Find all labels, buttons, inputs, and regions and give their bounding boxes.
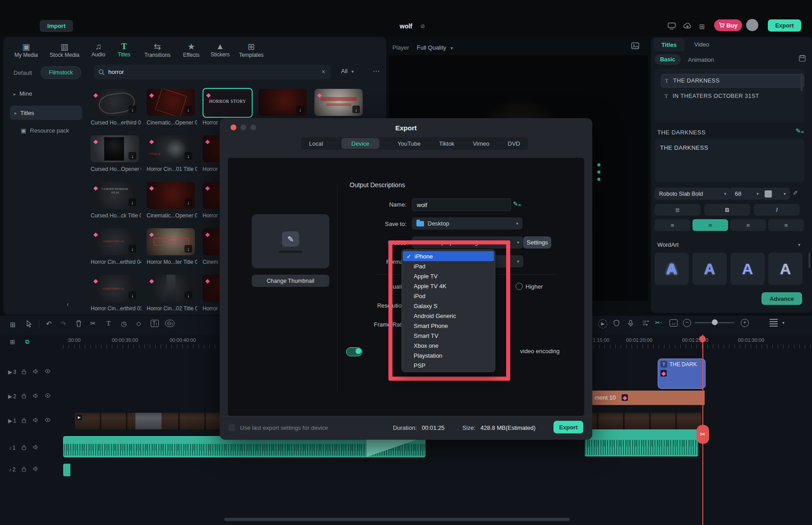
download-icon[interactable]: ↓ [129, 291, 136, 299]
ai-rewrite-icon[interactable]: ✎AI [796, 127, 804, 134]
media-thumb[interactable]: ◆↓ [147, 182, 195, 209]
download-icon[interactable]: ↓ [129, 106, 136, 113]
track-header-v3[interactable]: ▶3 [6, 369, 60, 375]
zoom-in-icon[interactable]: + [741, 319, 749, 327]
wordart-preset[interactable]: A [730, 253, 765, 285]
track-header-v2[interactable]: ▶2 [6, 393, 60, 400]
sidebar-item-mine[interactable]: ▸Mine [14, 90, 32, 97]
tab-effects[interactable]: ★ Effects [180, 41, 203, 58]
track-height-icon[interactable] [770, 319, 778, 327]
tab-my-media[interactable]: ▣ My Media [14, 41, 39, 58]
quality-dropdown[interactable]: Full Quality ▾ [417, 44, 457, 51]
filter-all-dropdown[interactable]: All ▾ [341, 68, 358, 74]
media-thumb[interactable]: ◆↓ [91, 135, 139, 162]
zoom-out-icon[interactable]: − [683, 319, 691, 327]
eye-icon[interactable] [42, 393, 53, 400]
menu-item-smart-tv[interactable]: Smart TV [402, 331, 495, 341]
media-thumb[interactable]: ◆10WEETHIRD 03↓ [91, 275, 139, 302]
split-scissors-icon[interactable]: ✂ [90, 319, 96, 327]
media-thumb[interactable]: ↓ [258, 89, 307, 116]
add-track-icon[interactable]: ⊞ [10, 338, 15, 345]
display-icon[interactable] [668, 23, 676, 31]
download-icon[interactable]: ↓ [185, 245, 192, 253]
eyedropper-icon[interactable]: ✎ [792, 190, 798, 195]
eye-icon[interactable] [42, 369, 53, 375]
source-tab-default[interactable]: Default [14, 69, 32, 76]
wordart-preset[interactable]: A [768, 253, 803, 285]
clear-search-icon[interactable]: × [322, 68, 325, 75]
lock-icon[interactable] [18, 418, 30, 424]
download-icon[interactable]: ↓ [185, 291, 192, 299]
save-to-dropdown[interactable]: Desktop ▾ [412, 217, 522, 230]
download-icon[interactable]: ↓ [185, 152, 192, 160]
advance-button[interactable]: Advance [761, 292, 802, 305]
audio-clip-tail[interactable] [585, 429, 698, 456]
record-voiceover-icon[interactable] [628, 320, 633, 328]
export-button[interactable]: Export [554, 421, 583, 433]
menu-item-smart-phone[interactable]: Smart Phone [402, 321, 495, 331]
media-thumb[interactable]: ◆↓ [91, 89, 139, 116]
source-tab-filmstock[interactable]: Filmstock [41, 66, 81, 79]
menu-item-android-generic[interactable]: Android Generic [402, 311, 495, 321]
lock-icon[interactable] [18, 369, 30, 375]
subtab-basic[interactable]: Basic [655, 54, 681, 65]
download-icon[interactable]: ↓ [185, 198, 192, 206]
wordart-preset[interactable]: A [655, 253, 689, 285]
tab-video-panel[interactable]: Video [694, 41, 709, 48]
name-input[interactable]: wolf [412, 198, 511, 211]
zoom-slider-handle[interactable] [712, 319, 718, 325]
track-header-v1[interactable]: ▶1 [6, 418, 60, 424]
tab-vimeo[interactable]: Vimeo [473, 140, 489, 147]
auto-ripple-link-icon[interactable]: ⧉ [25, 338, 29, 345]
undo-icon[interactable]: ↶ [46, 320, 52, 328]
download-icon[interactable]: ↓ [352, 106, 360, 113]
save-preset-icon[interactable] [799, 55, 806, 63]
title-clip[interactable]: T THE DARK ◆ [658, 359, 706, 389]
menu-item-apple-tv-4k[interactable]: Apple TV 4K [402, 281, 495, 291]
tab-device[interactable]: Device [341, 138, 379, 149]
redo-icon[interactable]: ↷ [60, 320, 66, 328]
align-right-button[interactable]: ≡ [730, 219, 766, 231]
horizontal-scrollbar[interactable] [224, 518, 570, 521]
text-input-area[interactable]: THE DARKNESS [655, 139, 804, 182]
italic-button[interactable]: I [754, 204, 800, 216]
sidebar-item-resource-pack[interactable]: ▣Resource pack [21, 127, 69, 134]
speech-to-text-icon[interactable]: ⊙⟩ [165, 320, 175, 327]
menu-item-ipad[interactable]: iPad [402, 261, 495, 271]
tab-audio[interactable]: ♫ Audio [88, 41, 108, 58]
sidebar-item-titles[interactable]: ▸Titles [10, 106, 82, 120]
gpu-encoding-toggle[interactable] [346, 347, 362, 356]
bold-button[interactable]: B [704, 204, 750, 216]
tab-templates[interactable]: ⊞ Templates [236, 41, 266, 58]
tab-stock-media[interactable]: ▥ Stock Media [47, 41, 82, 58]
speed-clock-icon[interactable]: ◷ [121, 320, 127, 328]
media-thumb[interactable]: ◆CURSED HORRORFILM↓ [91, 182, 139, 209]
track-header-a1[interactable]: ♪1 [6, 445, 60, 451]
settings-button[interactable]: Settings [523, 236, 551, 249]
snapshot-image-icon[interactable] [631, 42, 639, 51]
collapse-panel-button[interactable]: ‹ [67, 300, 69, 308]
auto-split-icon[interactable]: ✂⁺ [655, 319, 662, 326]
media-thumb[interactable]: ◆10WEETHIRD 04↓ [91, 228, 139, 255]
menu-item-iphone[interactable]: ✓ iPhone [403, 251, 494, 261]
download-icon[interactable]: ↓ [129, 152, 136, 160]
tab-youtube[interactable]: YouTube [397, 140, 420, 147]
download-icon[interactable]: ↓ [185, 106, 192, 113]
transform-handle[interactable] [597, 178, 600, 181]
lock-icon[interactable] [18, 466, 30, 473]
speaker-icon[interactable] [30, 418, 42, 424]
menu-item-galaxy-s[interactable]: Galaxy S [402, 301, 495, 311]
subtab-animation[interactable]: Animation [688, 56, 714, 63]
buy-button[interactable]: Buy [714, 19, 742, 31]
transform-handle[interactable] [597, 163, 600, 166]
audio-mixer-icon[interactable] [642, 320, 649, 327]
quality-higher-radio[interactable] [516, 283, 523, 290]
transform-handle[interactable] [597, 170, 600, 174]
ai-name-icon[interactable]: ✎AI [513, 200, 521, 207]
import-button[interactable]: Import [40, 20, 73, 32]
tab-titles[interactable]: T Titles [114, 41, 134, 58]
tab-dvd[interactable]: DVD [508, 140, 520, 147]
tab-local[interactable]: Local [309, 140, 323, 147]
scrollbar-thumb[interactable] [801, 73, 803, 91]
apps-grid-icon[interactable]: ⊞ [699, 23, 705, 31]
